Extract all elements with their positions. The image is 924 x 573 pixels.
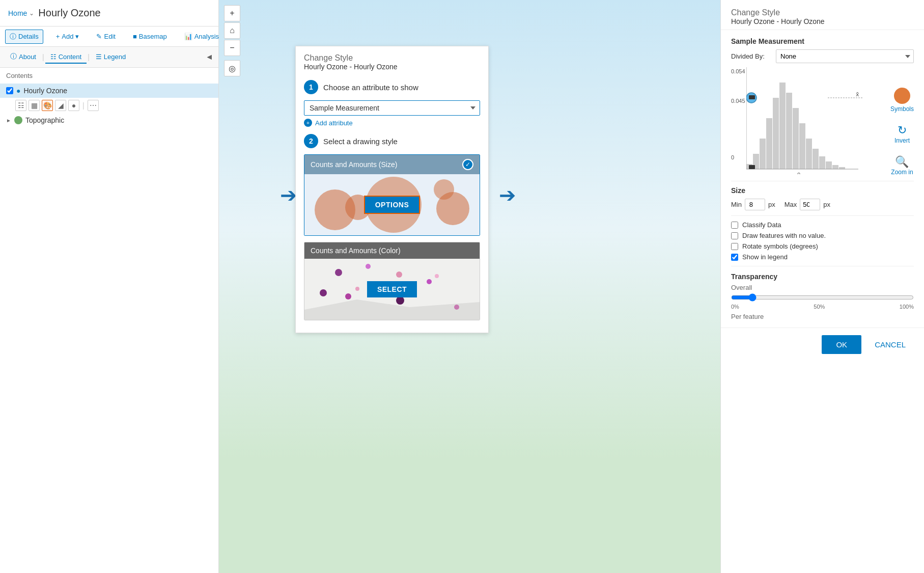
tab-about[interactable]: ⓘ About: [5, 50, 41, 64]
svg-rect-12: [826, 161, 832, 169]
panel-collapse-button[interactable]: ◄: [205, 52, 213, 62]
size-min-input[interactable]: [745, 199, 765, 210]
layer-tools-row: ☷ ▦ 🎨 ◢ ● | ⋯: [0, 98, 218, 113]
histogram-section: 0.054 0.045 0: [731, 67, 914, 176]
details-icon: ⓘ: [10, 32, 16, 41]
transparency-slider[interactable]: [731, 293, 914, 302]
change-style-center-panel: Change Style Hourly Ozone - Hourly Ozone…: [295, 46, 489, 333]
symbols-button[interactable]: Symbols: [890, 88, 914, 113]
show-legend-label: Show in legend: [742, 253, 788, 261]
select-button[interactable]: SELECT: [367, 281, 417, 297]
classify-checkbox[interactable]: [731, 222, 738, 229]
hist-label-zero-top: 0: [731, 154, 734, 160]
layer-tool-image[interactable]: ●: [68, 100, 79, 111]
style-option-color[interactable]: Counts and Amounts (Color) SELECT: [304, 242, 480, 320]
svg-rect-10: [813, 149, 819, 169]
layer-icon: ●: [16, 87, 20, 95]
svg-rect-2: [760, 139, 766, 169]
classify-row: Classify Data: [731, 221, 914, 229]
content-icon: ☷: [50, 53, 57, 61]
divider-1: [731, 181, 914, 181]
show-legend-checkbox[interactable]: [731, 254, 738, 261]
breadcrumb-chevron: ⌄: [29, 10, 34, 17]
cancel-button[interactable]: CANCEL: [866, 335, 914, 354]
topographic-item[interactable]: ► Topographic: [0, 113, 218, 127]
no-value-row: Draw features with no value.: [731, 232, 914, 239]
topographic-label: Topographic: [25, 116, 64, 124]
divider-2: [731, 215, 914, 216]
arrow-1: ➔: [280, 183, 297, 207]
show-legend-row: Show in legend: [731, 253, 914, 261]
style-option-size[interactable]: Counts and Amounts (Size) ✓ OPTIONS: [304, 154, 480, 236]
rotate-checkbox[interactable]: [731, 243, 738, 250]
zoom-in-label: Zoom in: [891, 169, 913, 176]
add-dropdown-icon: ▾: [75, 33, 79, 40]
ok-button[interactable]: OK: [822, 335, 861, 354]
hourly-ozone-layer[interactable]: ● Hourly Ozone: [0, 84, 218, 98]
layer-tool-filter[interactable]: ◢: [55, 100, 66, 111]
layer-checkbox[interactable]: [6, 87, 13, 94]
size-max-label: Max: [785, 201, 797, 208]
size-row: Min px Max px: [731, 199, 914, 210]
size-min-unit: px: [768, 201, 775, 208]
layer-tool-more[interactable]: ⋯: [88, 100, 99, 111]
tab-legend[interactable]: ☰ Legend: [91, 51, 131, 64]
invert-button[interactable]: ↻ Invert: [894, 124, 910, 144]
size-section-label: Size: [731, 186, 914, 195]
locate-button[interactable]: ◎: [224, 60, 240, 76]
svg-rect-8: [799, 123, 805, 169]
step-2-row: 2 Select a drawing style: [304, 134, 480, 148]
home-link[interactable]: Home: [8, 9, 27, 17]
home-button[interactable]: ⌂: [224, 22, 240, 39]
basemap-button[interactable]: ■ Basemap: [128, 30, 172, 43]
details-button[interactable]: ⓘ Details: [5, 30, 43, 44]
panel-tabs: ⓘ About | ☷ Content | ☰ Legend ◄: [0, 47, 218, 68]
no-value-checkbox[interactable]: [731, 232, 738, 239]
hist-label-mid: 0.045: [731, 98, 745, 104]
svg-text:0: 0: [797, 172, 800, 174]
options-button[interactable]: OPTIONS: [364, 196, 421, 214]
svg-text:x̄: x̄: [856, 91, 859, 97]
size-max-unit: px: [823, 201, 830, 208]
overall-label: Overall: [731, 284, 914, 291]
attribute-select[interactable]: Sample Measurement: [304, 100, 480, 116]
step-1-row: 1 Choose an attribute to show: [304, 80, 480, 94]
side-icons-panel: Symbols ↻ Invert 🔍 Zoom in: [890, 67, 914, 176]
analysis-button[interactable]: 📊 Analysis: [180, 30, 223, 43]
step-1-number: 1: [304, 80, 318, 94]
step-1-label: Choose an attribute to show: [323, 83, 418, 92]
zoom-in-button[interactable]: +: [224, 5, 240, 21]
transparency-ticks: 0% 50% 100%: [731, 304, 914, 310]
divider-3: [731, 266, 914, 266]
edit-icon: ✎: [96, 33, 102, 40]
transparency-section: Transparency Overall 0% 50% 100% Per fea…: [731, 272, 914, 320]
add-button[interactable]: + Add ▾: [51, 30, 84, 43]
add-attribute-link[interactable]: + Add attribute: [304, 119, 480, 127]
zoom-in-hist-button[interactable]: 🔍 Zoom in: [891, 155, 913, 176]
divided-by-select[interactable]: None: [776, 49, 914, 63]
histogram-wrapper: 0.054 0.045 0: [731, 67, 886, 176]
layer-tool-table[interactable]: ☷: [15, 100, 26, 111]
layer-tool-grid[interactable]: ▦: [29, 100, 40, 111]
cs-header: Change Style Hourly Ozone - Hourly Ozone: [296, 46, 488, 74]
rp-title: Change Style: [731, 8, 914, 17]
add-attr-icon: +: [304, 119, 312, 127]
page-title: Hourly Ozone: [38, 7, 100, 19]
rp-body: Sample Measurement Divided By: None 0.05…: [721, 30, 924, 328]
svg-rect-4: [773, 98, 779, 169]
svg-rect-3: [766, 118, 772, 169]
legend-icon: ☰: [96, 53, 102, 61]
style-size-header: Counts and Amounts (Size) ✓: [304, 155, 480, 174]
contents-label: Contents: [0, 68, 218, 84]
size-max-input[interactable]: [800, 199, 820, 210]
edit-button[interactable]: ✎ Edit: [92, 30, 120, 43]
rotate-label: Rotate symbols (degrees): [742, 242, 818, 250]
zoom-out-button[interactable]: −: [224, 40, 240, 56]
cs-body: 1 Choose an attribute to show Sample Mea…: [296, 74, 488, 333]
symbol-preview-icon: [894, 88, 910, 104]
layer-tool-style[interactable]: 🎨: [42, 100, 53, 111]
tab-content[interactable]: ☷ Content: [45, 51, 87, 64]
rp-section-label: Sample Measurement: [731, 37, 914, 45]
svg-rect-6: [786, 93, 792, 169]
trans-50-label: 50%: [814, 304, 825, 310]
